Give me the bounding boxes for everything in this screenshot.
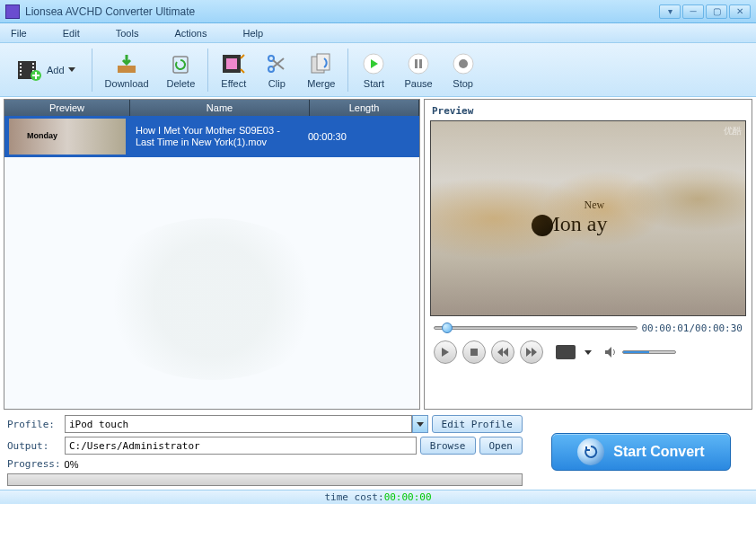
profile-combo	[65, 415, 428, 433]
film-add-icon	[18, 57, 43, 83]
stop-record-icon	[451, 51, 476, 76]
svg-point-23	[459, 59, 468, 68]
minimize-button[interactable]: ─	[682, 4, 704, 19]
file-list-pane: Preview Name Length How I Met Your Mothe…	[4, 99, 420, 410]
toolbar: Add Download Delete Effect Clip Merge St…	[0, 43, 756, 97]
separator	[347, 49, 348, 92]
stop-button[interactable]: Stop	[442, 45, 485, 95]
preview-pane: Preview NewMon ay 优酷 00:00:01/00:00:30	[424, 99, 752, 410]
svg-rect-10	[118, 66, 136, 73]
svg-rect-13	[226, 58, 237, 69]
list-item-length: 00:00:30	[301, 131, 419, 142]
start-button[interactable]: Start	[352, 45, 395, 95]
chevron-down-icon	[68, 67, 75, 72]
snapshot-dropdown[interactable]	[585, 350, 592, 355]
svg-rect-20	[415, 59, 418, 68]
svg-rect-24	[470, 349, 478, 356]
separator	[92, 49, 92, 92]
menu-file[interactable]: File	[11, 28, 27, 39]
titlebar: Lionsea AVCHD Converter Ultimate ▾ ─ ▢ ✕	[0, 0, 756, 23]
main-row: Preview Name Length How I Met Your Mothe…	[0, 97, 756, 411]
menu-tools[interactable]: Tools	[116, 28, 139, 39]
pause-button[interactable]: Pause	[395, 45, 441, 95]
edit-profile-button[interactable]: Edit Profile	[432, 415, 523, 433]
start-convert-button[interactable]: Start Convert	[551, 433, 731, 471]
effect-icon	[221, 51, 246, 76]
stop-button[interactable]	[462, 340, 486, 364]
merge-icon	[309, 51, 334, 76]
video-overlay-text: NewMon ay	[541, 199, 608, 236]
play-button[interactable]	[434, 340, 457, 364]
download-icon	[114, 51, 139, 76]
download-button[interactable]: Download	[96, 45, 158, 95]
seek-thumb[interactable]	[442, 323, 453, 333]
svg-rect-3	[20, 70, 22, 72]
window-buttons: ▾ ─ ▢ ✕	[659, 4, 751, 19]
preview-title: Preview	[428, 103, 748, 119]
profile-row: Profile: Edit Profile	[7, 415, 523, 433]
menu-help[interactable]: Help	[242, 28, 263, 39]
effect-button[interactable]: Effect	[212, 45, 255, 95]
volume-slider[interactable]	[622, 350, 676, 354]
menu-edit[interactable]: Edit	[63, 28, 80, 39]
svg-rect-1	[20, 63, 22, 65]
open-button[interactable]: Open	[479, 437, 523, 455]
list-item[interactable]: How I Met Your Mother S09E03 - Last Time…	[4, 116, 419, 157]
video-frame: NewMon ay 优酷	[431, 121, 745, 315]
col-name[interactable]: Name	[130, 100, 310, 116]
play-icon	[361, 51, 386, 76]
profile-input[interactable]	[65, 415, 412, 433]
svg-rect-4	[20, 74, 22, 75]
add-label: Add	[47, 65, 65, 75]
clip-button[interactable]: Clip	[255, 45, 298, 95]
list-item-name: How I Met Your Mother S09E03 - Last Time…	[130, 125, 301, 148]
delete-label: Delete	[167, 78, 196, 89]
menu-actions[interactable]: Actions	[174, 28, 207, 39]
timecost-value: 00:00:00	[384, 491, 432, 503]
col-length[interactable]: Length	[310, 100, 419, 116]
output-label: Output:	[7, 440, 61, 452]
download-label: Download	[105, 78, 149, 89]
forward-button[interactable]	[520, 340, 543, 364]
app-title: Lionsea AVCHD Converter Ultimate	[25, 5, 659, 18]
time-display: 00:00:01/00:00:30	[641, 323, 743, 334]
seek-track[interactable]	[434, 326, 637, 330]
chevron-down-icon	[417, 422, 424, 427]
close-button[interactable]: ✕	[729, 4, 751, 19]
progress-value: 0%	[65, 459, 79, 470]
separator	[207, 49, 208, 92]
seek-bar-row: 00:00:01/00:00:30	[428, 318, 748, 338]
merge-button[interactable]: Merge	[298, 45, 344, 95]
browse-button[interactable]: Browse	[420, 437, 476, 455]
progress-label: Progress:	[7, 458, 61, 470]
col-preview[interactable]: Preview	[4, 100, 130, 116]
convert-orb-icon	[577, 438, 604, 465]
effect-label: Effect	[221, 78, 246, 89]
menu-dropdown-button[interactable]: ▾	[659, 4, 681, 19]
snapshot-button[interactable]	[556, 345, 576, 359]
convert-column: Start Convert	[533, 415, 749, 486]
progress-bar	[7, 473, 523, 486]
video-preview[interactable]: NewMon ay 优酷	[430, 120, 746, 316]
maximize-button[interactable]: ▢	[706, 4, 727, 19]
delete-button[interactable]: Delete	[158, 45, 205, 95]
svg-point-19	[409, 54, 428, 74]
player-controls	[428, 338, 748, 367]
progress-row: Progress: 0%	[7, 458, 523, 470]
output-input[interactable]	[65, 437, 417, 455]
convert-label: Start Convert	[613, 444, 704, 460]
cbs-logo-icon	[532, 215, 553, 236]
svg-rect-2	[20, 66, 22, 68]
profile-dropdown-button[interactable]	[412, 415, 428, 433]
list-item-thumbnail	[9, 119, 126, 155]
svg-rect-21	[419, 59, 422, 68]
svg-rect-5	[32, 63, 34, 65]
timecost-label: time cost:	[324, 491, 383, 503]
video-watermark: 优酷	[724, 125, 742, 137]
volume-icon[interactable]	[604, 346, 617, 358]
pause-icon	[406, 51, 431, 76]
rewind-button[interactable]	[491, 340, 514, 364]
bottom-bar: Profile: Edit Profile Output: Browse Ope…	[0, 411, 756, 490]
list-empty-area[interactable]	[4, 157, 419, 409]
add-button[interactable]: Add	[5, 45, 88, 95]
